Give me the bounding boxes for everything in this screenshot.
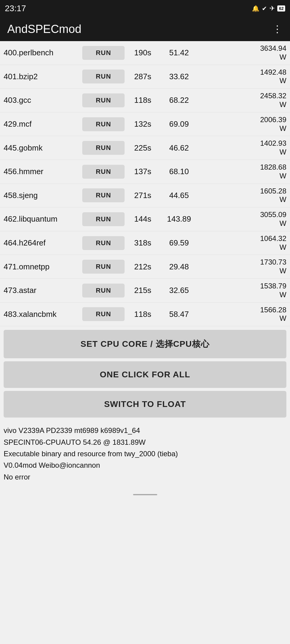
bench-name: 464.h264ref xyxy=(4,238,82,248)
bench-power: 2458.32W xyxy=(197,92,286,109)
bench-name: 471.omnetpp xyxy=(4,262,82,272)
bench-score: 58.47 xyxy=(161,310,197,319)
run-button[interactable]: RUN xyxy=(82,236,125,250)
bench-score: 32.65 xyxy=(161,286,197,295)
bench-time: 212s xyxy=(125,262,161,272)
nav-indicator xyxy=(133,494,157,495)
bench-name: 456.hmmer xyxy=(4,167,82,176)
bench-score: 69.59 xyxy=(161,238,197,248)
bench-score: 33.62 xyxy=(161,72,197,81)
bench-name: 483.xalancbmk xyxy=(4,310,82,319)
notification-icon: 🔔 xyxy=(252,5,259,12)
bench-power: 1538.79W xyxy=(197,282,286,299)
table-row: 456.hmmerRUN137s68.101828.68W xyxy=(0,160,290,184)
run-button[interactable]: RUN xyxy=(82,212,125,226)
table-row: 403.gccRUN118s68.222458.32W xyxy=(0,89,290,112)
bench-time: 118s xyxy=(125,310,161,319)
bench-time: 132s xyxy=(125,119,161,129)
bench-name: 458.sjeng xyxy=(4,191,82,200)
run-button[interactable]: RUN xyxy=(82,117,125,131)
bench-name: 400.perlbench xyxy=(4,48,82,57)
bottom-buttons: SET CPU CORE / 选择CPU核心 ONE CLICK FOR ALL… xyxy=(0,327,290,420)
status-icons: 🔔 ✔ ✈ 62 xyxy=(252,5,285,12)
nav-bar xyxy=(0,490,290,499)
bench-power: 1730.73W xyxy=(197,258,286,275)
footer-line-5: No error xyxy=(4,471,286,483)
run-button[interactable]: RUN xyxy=(82,70,125,83)
status-bar: 23:17 🔔 ✔ ✈ 62 xyxy=(0,0,290,17)
table-row: 483.xalancbmkRUN118s58.471566.28W xyxy=(0,303,290,327)
table-row: 473.astarRUN215s32.651538.79W xyxy=(0,279,290,303)
switch-to-float-button[interactable]: SWITCH TO FLOAT xyxy=(4,391,286,418)
bench-score: 29.48 xyxy=(161,262,197,272)
benchmark-list: 400.perlbenchRUN190s51.423634.94W401.bzi… xyxy=(0,41,290,326)
bench-time: 144s xyxy=(125,214,161,224)
bench-score: 143.89 xyxy=(161,214,197,224)
bench-score: 51.42 xyxy=(161,48,197,57)
status-time: 23:17 xyxy=(5,4,26,13)
set-cpu-core-button[interactable]: SET CPU CORE / 选择CPU核心 xyxy=(4,330,286,358)
table-row: 429.mcfRUN132s69.092006.39W xyxy=(0,112,290,136)
table-row: 445.gobmkRUN225s46.621402.93W xyxy=(0,136,290,160)
bench-time: 215s xyxy=(125,286,161,295)
one-click-for-all-button[interactable]: ONE CLICK FOR ALL xyxy=(4,361,286,388)
bench-time: 190s xyxy=(125,48,161,57)
footer-line-4: V0.04mod Weibo@ioncannon xyxy=(4,460,286,471)
run-button[interactable]: RUN xyxy=(82,93,125,107)
run-button[interactable]: RUN xyxy=(82,307,125,321)
app-title: AndSPECmod xyxy=(7,23,81,36)
bench-name: 473.astar xyxy=(4,286,82,295)
bench-power: 1064.32W xyxy=(197,234,286,252)
footer-info: vivo V2339A PD2339 mt6989 k6989v1_64 SPE… xyxy=(0,420,290,490)
run-button[interactable]: RUN xyxy=(82,260,125,274)
table-row: 400.perlbenchRUN190s51.423634.94W xyxy=(0,41,290,65)
bench-time: 225s xyxy=(125,143,161,153)
table-row: 471.omnetppRUN212s29.481730.73W xyxy=(0,255,290,279)
table-row: 458.sjengRUN271s44.651605.28W xyxy=(0,184,290,208)
bench-name: 462.libquantum xyxy=(4,214,82,224)
overflow-menu-button[interactable]: ⋮ xyxy=(272,23,283,35)
footer-line-3: Executable binary and resource from twy_… xyxy=(4,448,286,460)
bench-score: 44.65 xyxy=(161,191,197,200)
footer-line-2: SPECINT06-CPUAUTO 54.26 @ 1831.89W xyxy=(4,437,286,448)
bench-time: 287s xyxy=(125,72,161,81)
bench-power: 1402.93W xyxy=(197,139,286,157)
run-button[interactable]: RUN xyxy=(82,165,125,179)
bench-power: 3055.09W xyxy=(197,210,286,228)
table-row: 462.libquantumRUN144s143.893055.09W xyxy=(0,207,290,231)
bench-score: 46.62 xyxy=(161,143,197,153)
bench-time: 137s xyxy=(125,167,161,176)
table-row: 401.bzip2RUN287s33.621492.48W xyxy=(0,65,290,89)
bench-score: 68.22 xyxy=(161,96,197,105)
bench-power: 2006.39W xyxy=(197,115,286,133)
check-icon: ✔ xyxy=(262,5,267,12)
run-button[interactable]: RUN xyxy=(82,188,125,202)
bench-time: 271s xyxy=(125,191,161,200)
table-row: 464.h264refRUN318s69.591064.32W xyxy=(0,231,290,255)
bench-power: 1605.28W xyxy=(197,187,286,204)
bench-score: 68.10 xyxy=(161,167,197,176)
airplane-icon: ✈ xyxy=(269,5,275,12)
run-button[interactable]: RUN xyxy=(82,46,125,60)
bench-name: 445.gobmk xyxy=(4,143,82,153)
run-button[interactable]: RUN xyxy=(82,141,125,155)
bench-name: 401.bzip2 xyxy=(4,72,82,81)
toolbar: AndSPECmod ⋮ xyxy=(0,17,290,41)
bench-name: 429.mcf xyxy=(4,119,82,129)
bench-power: 1492.48W xyxy=(197,68,286,86)
run-button[interactable]: RUN xyxy=(82,284,125,298)
bench-name: 403.gcc xyxy=(4,96,82,105)
bench-power: 1566.28W xyxy=(197,306,286,323)
bench-power: 3634.94W xyxy=(197,44,286,62)
bench-power: 1828.68W xyxy=(197,163,286,181)
bench-score: 69.09 xyxy=(161,119,197,129)
battery-level: 62 xyxy=(277,5,285,11)
footer-line-1: vivo V2339A PD2339 mt6989 k6989v1_64 xyxy=(4,425,286,436)
bench-time: 118s xyxy=(125,96,161,105)
bench-time: 318s xyxy=(125,238,161,248)
